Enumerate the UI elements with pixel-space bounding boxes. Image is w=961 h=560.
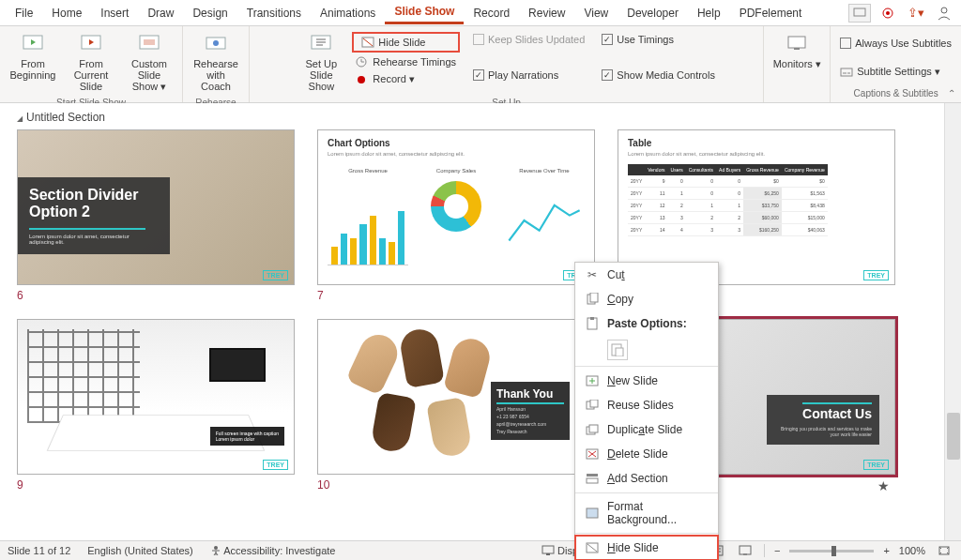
language-status[interactable]: English (United States): [87, 545, 193, 556]
rehearse-coach-label: Rehearse with Coach: [191, 58, 241, 92]
copy-icon: [585, 292, 600, 307]
tab-record[interactable]: Record: [464, 3, 519, 23]
fit-window-button[interactable]: [935, 543, 953, 558]
menu-format-background[interactable]: Format Background...: [575, 495, 718, 531]
ribbon-tabs: File Home Insert Draw Design Transitions…: [0, 0, 961, 26]
comments-icon[interactable]: [848, 4, 871, 23]
rehearse-timings-label: Rehearse Timings: [373, 56, 456, 68]
section-header[interactable]: Untitled Section: [17, 111, 927, 124]
tab-file[interactable]: File: [6, 3, 42, 23]
menu-duplicate-slide[interactable]: Duplicate Slide: [575, 417, 718, 442]
svg-rect-32: [616, 348, 623, 356]
slide-subtitle: Bringing you products and services to ma…: [774, 426, 872, 437]
slide-thumb-6[interactable]: Section Divider Option 2 Lorem ipsum dol…: [17, 129, 295, 302]
from-beginning-button[interactable]: From Beginning: [6, 28, 60, 84]
menu-add-section[interactable]: Add Section: [575, 466, 718, 491]
duplicate-icon: [585, 422, 600, 437]
setup-label: Set Up Slide Show: [296, 58, 346, 92]
scrollbar-thumb[interactable]: [947, 413, 960, 460]
menu-delete-slide[interactable]: Delete Slide: [575, 442, 718, 466]
tab-animations[interactable]: Animations: [311, 3, 385, 23]
collapse-ribbon-button[interactable]: ⌃: [948, 88, 955, 98]
play-narrations-check[interactable]: ✓ Play Narrations: [469, 68, 588, 83]
account-icon[interactable]: [933, 4, 955, 23]
svg-rect-9: [144, 39, 155, 45]
record-button[interactable]: Record ▾: [352, 71, 460, 87]
play-from-current-icon: [80, 32, 102, 54]
slide-title: Chart Options: [328, 138, 390, 148]
menu-hide-slide[interactable]: Hide Slide: [575, 536, 718, 560]
slide-thumb-9[interactable]: Full screen image with caption Lorem ips…: [17, 319, 295, 492]
menu-cut[interactable]: ✂ Cut: [575, 263, 718, 287]
checkbox-icon: [473, 34, 484, 45]
show-media-check[interactable]: ✓ Show Media Controls: [598, 68, 719, 83]
hide-slide-icon: [361, 37, 374, 48]
tab-draw[interactable]: Draw: [138, 3, 183, 23]
tab-home[interactable]: Home: [42, 3, 91, 23]
slideshow-view-button[interactable]: [736, 543, 755, 558]
always-subtitles-check[interactable]: Always Use Subtitles: [836, 36, 955, 51]
svg-rect-37: [590, 400, 598, 407]
keep-updated-check: Keep Slides Updated: [469, 32, 588, 47]
checkbox-icon: [840, 38, 851, 49]
subtitle-settings-button[interactable]: Subtitle Settings ▾: [836, 64, 955, 80]
tab-slideshow[interactable]: Slide Show: [385, 1, 464, 24]
setup-icon: [310, 32, 332, 54]
monitor-icon: [786, 32, 808, 54]
share-icon[interactable]: ⇪▾: [905, 4, 927, 23]
svg-rect-30: [590, 317, 594, 320]
use-timings-check[interactable]: ✓ Use Timings: [598, 32, 719, 47]
from-current-button[interactable]: From Current Slide: [64, 28, 118, 96]
vertical-scrollbar[interactable]: [944, 103, 961, 540]
table-preview: VendorsUsersConsultantsAd BuyersGross Re…: [628, 164, 828, 236]
monitors-label: Monitors ▾: [773, 58, 821, 69]
tab-review[interactable]: Review: [519, 3, 574, 23]
paste-dest-icon: [607, 340, 628, 360]
slide-subtitle: Lorem ipsum dolor sit amet, consectetur …: [628, 151, 765, 157]
slide-number: 10: [317, 478, 595, 492]
tab-developer[interactable]: Developer: [618, 3, 688, 23]
checkbox-icon: ✓: [602, 69, 613, 81]
play-from-start-icon: [22, 32, 44, 54]
svg-point-21: [358, 76, 365, 83]
zoom-in-button[interactable]: +: [883, 545, 889, 556]
zoom-out-button[interactable]: −: [774, 545, 780, 556]
paste-option-dest-theme[interactable]: [575, 336, 718, 364]
group-captions: Always Use Subtitles Subtitle Settings ▾…: [831, 26, 961, 102]
slide-sorter: Untitled Section Section Divider Option …: [0, 103, 961, 540]
slide-number: 7: [317, 289, 595, 302]
cut-icon: ✂: [585, 267, 600, 282]
slide-thumb-10[interactable]: Thank You April Hansson +1 23 987 6554 a…: [317, 319, 595, 492]
svg-rect-39: [589, 425, 598, 432]
tab-insert[interactable]: Insert: [91, 3, 138, 23]
menu-copy[interactable]: Copy: [575, 287, 718, 311]
brand-badge: TREY: [263, 270, 288, 280]
tab-design[interactable]: Design: [183, 3, 236, 23]
rehearse-coach-button[interactable]: Rehearse with Coach: [189, 28, 243, 96]
checkbox-icon: ✓: [602, 34, 613, 45]
hide-slide-icon: [585, 540, 600, 555]
from-beginning-label: From Beginning: [8, 58, 58, 81]
menu-new-slide[interactable]: New Slide: [575, 369, 718, 393]
hide-slide-label: Hide Slide: [378, 37, 425, 48]
tab-view[interactable]: View: [574, 3, 618, 23]
brand-badge: TREY: [863, 270, 889, 280]
slide-thumb-7[interactable]: Chart Options Lorem ipsum dolor sit amet…: [317, 129, 595, 302]
section-icon: [585, 471, 600, 486]
accessibility-status[interactable]: Accessibility: Investigate: [210, 545, 336, 556]
transition-star-icon: ★: [877, 478, 890, 493]
zoom-level[interactable]: 100%: [899, 545, 925, 556]
tab-pdfelement[interactable]: PDFelement: [730, 3, 812, 23]
menu-reuse-slides[interactable]: Reuse Slides: [575, 393, 718, 417]
zoom-slider[interactable]: [789, 550, 874, 552]
setup-slideshow-button[interactable]: Set Up Slide Show: [294, 28, 348, 96]
tab-help[interactable]: Help: [688, 3, 730, 23]
tab-transitions[interactable]: Transitions: [237, 3, 311, 23]
clock-icon: [356, 56, 369, 68]
custom-slideshow-button[interactable]: Custom Slide Show ▾: [122, 28, 176, 96]
record-icon[interactable]: [877, 4, 899, 23]
monitors-button[interactable]: Monitors ▾: [770, 28, 824, 73]
hide-slide-button[interactable]: Hide Slide: [352, 32, 460, 53]
svg-rect-22: [788, 37, 805, 48]
rehearse-timings-button[interactable]: Rehearse Timings: [352, 54, 460, 69]
